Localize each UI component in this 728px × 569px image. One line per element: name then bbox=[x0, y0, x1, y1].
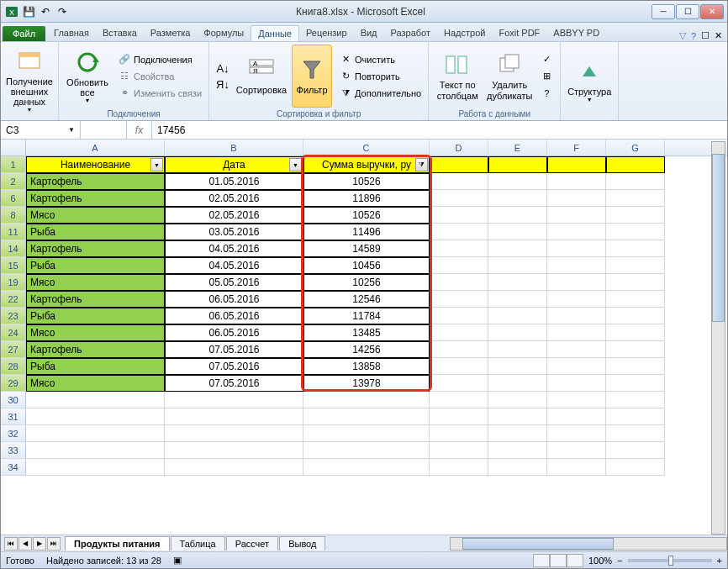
cell[interactable]: Мясо bbox=[26, 324, 165, 341]
zoom-out-button[interactable]: − bbox=[617, 556, 622, 566]
cell[interactable]: Рыба bbox=[26, 308, 165, 324]
cell[interactable]: 04.05.2016 bbox=[165, 257, 303, 274]
ribbon-tab-формулы[interactable]: Формулы bbox=[197, 25, 251, 41]
header-cell-revenue[interactable]: Сумма выручки, ру⧩ bbox=[303, 156, 430, 173]
name-box[interactable]: C3▼ bbox=[1, 121, 81, 139]
sheet-tab[interactable]: Рассчет bbox=[226, 536, 279, 551]
cell[interactable]: 03.05.2016 bbox=[165, 224, 303, 240]
cell[interactable]: 13485 bbox=[303, 324, 430, 341]
ribbon-tab-вставка[interactable]: Вставка bbox=[96, 25, 144, 41]
outline-button[interactable]: Структура ▼ bbox=[566, 45, 613, 117]
get-external-data-button[interactable]: Получение внешних данных ▼ bbox=[6, 45, 53, 117]
macro-record-icon[interactable]: ▣ bbox=[173, 555, 182, 566]
maximize-button[interactable]: ☐ bbox=[676, 4, 699, 19]
ribbon-tab-abbyy pd[interactable]: ABBYY PD bbox=[546, 25, 606, 41]
data-validation-button[interactable]: ✓ bbox=[538, 52, 555, 67]
window-restore-icon[interactable]: ☐ bbox=[701, 30, 710, 41]
col-header-G[interactable]: G bbox=[606, 140, 665, 155]
text-to-columns-button[interactable]: Текст по столбцам bbox=[434, 45, 481, 108]
cell[interactable]: Рыба bbox=[26, 257, 165, 274]
cell[interactable]: 06.05.2016 bbox=[165, 308, 303, 324]
cell[interactable]: Рыба bbox=[26, 224, 165, 240]
cell[interactable]: 14589 bbox=[303, 240, 430, 257]
cell[interactable]: 11496 bbox=[303, 224, 430, 240]
cell[interactable]: Картофель bbox=[26, 291, 165, 308]
cell[interactable]: 10526 bbox=[303, 173, 430, 190]
view-layout-button[interactable] bbox=[550, 554, 567, 567]
cell[interactable]: 13978 bbox=[303, 375, 430, 392]
col-header-B[interactable]: B bbox=[165, 140, 303, 155]
header-cell-name[interactable]: Наименование▼ bbox=[26, 156, 165, 173]
ribbon-tab-рецензир[interactable]: Рецензир bbox=[299, 25, 354, 41]
cell[interactable]: 01.05.2016 bbox=[165, 173, 303, 190]
close-button[interactable]: ✕ bbox=[700, 4, 724, 19]
clear-filter-button[interactable]: ✕Очистить bbox=[337, 52, 423, 67]
redo-icon[interactable]: ↷ bbox=[55, 4, 70, 19]
sheet-tab[interactable]: Вывод bbox=[279, 536, 325, 551]
doc-close-icon[interactable]: ✕ bbox=[715, 30, 722, 41]
cell[interactable]: 07.05.2016 bbox=[165, 341, 303, 358]
help-icon[interactable]: ? bbox=[691, 31, 696, 41]
formula-input[interactable]: 17456 bbox=[152, 121, 727, 139]
sort-za-button[interactable]: Я↓ bbox=[214, 76, 231, 92]
view-pagebreak-button[interactable] bbox=[567, 554, 583, 567]
filter-active-icon[interactable]: ⧩ bbox=[415, 158, 428, 171]
connections-button[interactable]: 🔗Подключения bbox=[116, 52, 203, 67]
ribbon-tab-foxit pdf[interactable]: Foxit PDF bbox=[492, 25, 546, 41]
select-all-corner[interactable] bbox=[1, 140, 26, 155]
row-header[interactable]: 28 bbox=[1, 358, 26, 375]
sheet-nav-prev[interactable]: ◀ bbox=[18, 537, 32, 551]
cell[interactable]: Картофель bbox=[26, 341, 165, 358]
cell[interactable]: Мясо bbox=[26, 274, 165, 291]
row-header[interactable]: 2 bbox=[1, 173, 26, 190]
cell[interactable]: Мясо bbox=[26, 207, 165, 224]
col-header-D[interactable]: D bbox=[430, 140, 488, 155]
consolidate-button[interactable]: ⊞ bbox=[538, 69, 555, 84]
cell[interactable]: 06.05.2016 bbox=[165, 291, 303, 308]
sheet-nav-next[interactable]: ▶ bbox=[33, 537, 46, 551]
sort-button[interactable]: AЯ Сортировка bbox=[236, 45, 287, 108]
ribbon-tab-разметка[interactable]: Разметка bbox=[144, 25, 198, 41]
row-header[interactable]: 33 bbox=[1, 442, 26, 459]
cell[interactable]: 05.05.2016 bbox=[165, 274, 303, 291]
row-header[interactable]: 15 bbox=[1, 257, 26, 274]
view-normal-button[interactable] bbox=[533, 554, 550, 567]
whatif-button[interactable]: ? bbox=[538, 86, 555, 101]
fx-icon[interactable]: fx bbox=[127, 121, 152, 139]
row-header[interactable]: 8 bbox=[1, 207, 26, 224]
advanced-filter-button[interactable]: ⧩Дополнительно bbox=[337, 86, 423, 101]
cell[interactable]: 11896 bbox=[303, 190, 430, 207]
cell[interactable]: 14256 bbox=[303, 341, 430, 358]
header-cell-date[interactable]: Дата▼ bbox=[165, 156, 303, 173]
vertical-scrollbar[interactable] bbox=[711, 141, 725, 535]
filter-button[interactable]: Фильтр bbox=[292, 45, 332, 108]
row-header[interactable]: 1 bbox=[1, 156, 26, 173]
file-tab[interactable]: Файл bbox=[3, 26, 45, 41]
cell[interactable]: 07.05.2016 bbox=[165, 358, 303, 375]
ribbon-tab-вид[interactable]: Вид bbox=[354, 25, 384, 41]
edit-links-button[interactable]: ⚭Изменить связи bbox=[116, 86, 203, 101]
cell[interactable]: 02.05.2016 bbox=[165, 190, 303, 207]
filter-dropdown-icon[interactable]: ▼ bbox=[150, 158, 163, 171]
cell[interactable]: 13858 bbox=[303, 358, 430, 375]
sheet-tab[interactable]: Таблица bbox=[171, 536, 225, 551]
cell[interactable]: Картофель bbox=[26, 240, 165, 257]
cell[interactable]: 12546 bbox=[303, 291, 430, 308]
sheet-tab[interactable]: Продукты питания bbox=[65, 536, 170, 551]
cell[interactable]: 10456 bbox=[303, 257, 430, 274]
horizontal-scrollbar[interactable] bbox=[450, 537, 727, 551]
row-header[interactable]: 24 bbox=[1, 324, 26, 341]
minimize-button[interactable]: ─ bbox=[652, 4, 675, 19]
row-header[interactable]: 31 bbox=[1, 408, 26, 425]
row-header[interactable]: 19 bbox=[1, 274, 26, 291]
col-header-C[interactable]: C bbox=[303, 140, 430, 155]
row-header[interactable]: 22 bbox=[1, 291, 26, 308]
col-header-A[interactable]: A bbox=[26, 140, 165, 155]
minimize-ribbon-icon[interactable]: ▽ bbox=[679, 30, 686, 41]
cell[interactable]: 07.05.2016 bbox=[165, 375, 303, 392]
sheet-nav-first[interactable]: ⏮ bbox=[4, 537, 18, 551]
row-header[interactable]: 6 bbox=[1, 190, 26, 207]
remove-duplicates-button[interactable]: Удалить дубликаты bbox=[486, 45, 533, 108]
undo-icon[interactable]: ↶ bbox=[38, 4, 53, 19]
cell[interactable]: Рыба bbox=[26, 358, 165, 375]
